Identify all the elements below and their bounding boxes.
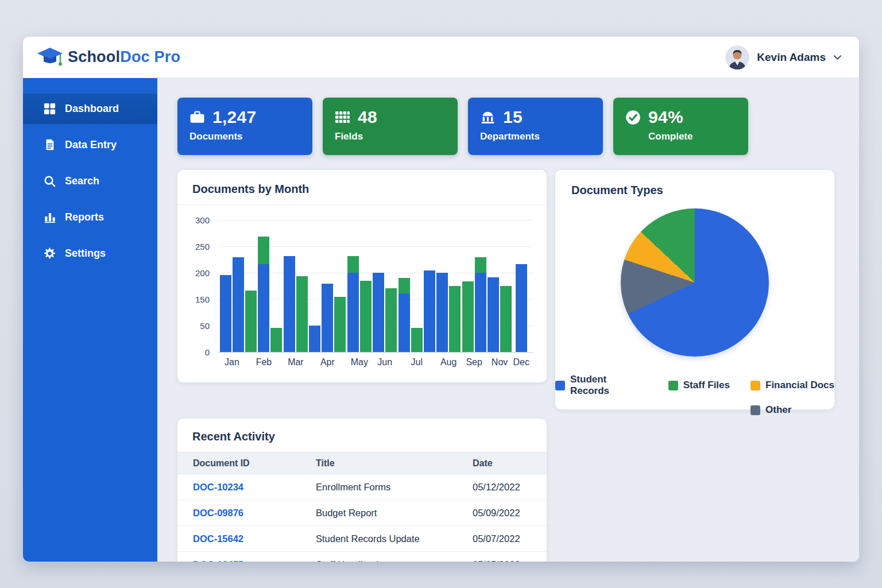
bar-group [220,220,244,352]
recent-activity-title: Recent Activity [192,430,532,443]
sidebar-item-reports[interactable]: Reports [23,202,157,233]
sidebar-item-label: Settings [65,247,106,260]
bar [309,326,320,352]
document-title: Student Records Update [316,533,473,544]
bar-group [373,220,397,352]
month-group: Nov [488,220,512,368]
bar [334,297,346,352]
legend-label: Financial Docs [765,380,834,391]
bar-segment-green [296,276,308,352]
user-name: Kevin Adams [757,51,826,64]
x-axis-label: Jun [377,357,392,368]
recent-activity-card: Recent Activity Document IDTitleDate DOC… [177,419,547,562]
brand-name: SchoolDoc Pro [68,48,180,66]
table-row: DOC-15642Student Records Update05/07/202… [177,526,547,552]
bar-group [516,220,527,352]
bar [424,270,435,352]
briefcase-icon [189,110,205,125]
bar-segment-blue [516,264,527,352]
app-window: SchoolDoc Pro Kevin Adams DashboardData … [23,37,859,562]
bar [296,276,308,352]
bar [233,257,244,352]
month-group: Dec [513,220,529,368]
bar-group [462,220,486,352]
bar-segment-blue [436,273,448,352]
pie-legend: Student RecordsStaff FilesFinancial Docs… [555,374,834,416]
document-id-link[interactable]: DOC-09876 [193,508,316,519]
y-axis: 300250200150500 [188,220,211,352]
bar [462,281,474,352]
document-title: Budget Report [316,508,473,519]
user-menu[interactable]: Kevin Adams [725,45,842,69]
stat-top: 15 [480,107,591,127]
gear-icon [43,247,56,260]
bar [449,286,461,352]
bar-segment-blue [373,273,384,352]
pie-chart [621,208,769,357]
document-date: 05/05/2022 [473,559,531,562]
bar-segment-green [500,286,512,352]
chevron-down-icon[interactable] [833,55,842,60]
legend-item-financial-docs: Financial Docs [751,374,834,397]
document-id-link[interactable]: DOC-15642 [193,533,316,544]
bar-segment-green [385,288,397,352]
y-tick-label: 200 [195,268,210,278]
legend-item-student-records: Student Records [555,374,648,397]
legend-swatch [668,381,678,390]
bar [270,328,282,352]
bar [475,257,486,352]
bar-group [488,220,512,352]
table-body: DOC-10234Enrollment Forms05/12/2022DOC-0… [177,474,547,562]
month-group: Mar [284,220,308,368]
bar [488,277,499,352]
document-id-link[interactable]: DOC-13455 [193,559,316,562]
bar-segment-green [334,297,346,352]
plot-area: JanFebMarAprMayJunJulAugSepNovDec [218,220,533,368]
document-title: Staff Handbook [316,559,473,562]
check-circle-icon [625,110,641,125]
body-row: DashboardData EntrySearchReportsSettings… [23,78,859,562]
month-group: Apr [309,220,346,368]
building-icon [480,110,496,125]
bar-segment-blue [322,284,333,352]
bar-group [309,220,346,352]
x-axis-label: Aug [440,357,457,368]
bar-segment-green [411,328,423,352]
bar [258,237,269,352]
stat-top: 1,247 [189,107,300,127]
document-title: Enrollment Forms [316,482,473,493]
stat-card-fields: 48Fields [323,98,458,155]
table-header-row: Document IDTitleDate [177,452,547,474]
brand-docpro: Doc Pro [120,48,180,65]
x-axis-label: Dec [513,357,529,368]
search-icon [43,175,56,188]
sidebar-item-data-entry[interactable]: Data Entry [23,129,157,160]
bar-series: JanFebMarAprMayJunJulAugSepNovDec [218,220,533,368]
document-id-link[interactable]: DOC-10234 [193,482,316,493]
month-group: Jan [220,220,244,368]
stat-value: 1,247 [212,107,257,127]
sidebar-item-settings[interactable]: Settings [23,238,157,269]
y-tick-label: 50 [200,321,210,331]
grid-icon [335,111,350,124]
table-row: DOC-13455Staff Handbook05/05/2022 [177,552,547,562]
brand-school: School [68,48,120,65]
sidebar-item-search[interactable]: Search [23,165,157,196]
legend-item-staff-files: Staff Files [668,374,730,397]
month-group: Aug [436,220,461,368]
stat-value: 48 [358,107,377,127]
document-date: 05/09/2022 [473,508,531,519]
month-group: Sep [462,220,486,368]
bar-segment-blue [347,273,359,352]
sidebar-item-label: Reports [65,211,104,223]
sidebar-item-dashboard[interactable]: Dashboard [23,93,157,124]
bar-group [284,220,308,352]
x-axis-label: Sep [466,357,482,368]
stat-label: Complete [648,131,736,142]
bar [516,264,527,352]
table-row: DOC-09876Budget Report05/09/2022 [177,500,547,526]
bar-segment-green [245,291,257,352]
x-axis-label: Jan [225,357,239,368]
main-content: 1,247Documents48Fields15Departments94%Co… [157,78,859,562]
y-tick-label: 300 [195,215,210,225]
